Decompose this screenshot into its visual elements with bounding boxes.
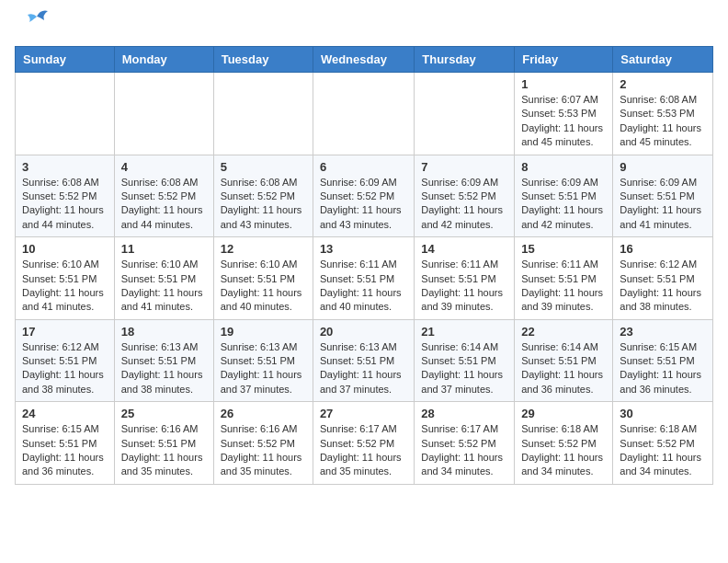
calendar-day-cell: 3Sunrise: 6:08 AMSunset: 5:52 PMDaylight…: [16, 155, 115, 237]
day-number: 12: [221, 242, 306, 256]
day-number: 25: [121, 407, 207, 420]
day-info: Sunrise: 6:09 AMSunset: 5:52 PMDaylight:…: [320, 176, 407, 233]
calendar-day-cell: 18Sunrise: 6:13 AMSunset: 5:51 PMDayligh…: [114, 319, 213, 402]
day-number: 7: [421, 160, 507, 174]
logo-bird-icon: [20, 7, 53, 35]
day-info: Sunrise: 6:09 AMSunset: 5:51 PMDaylight:…: [620, 176, 706, 233]
calendar-empty-cell: [213, 73, 313, 155]
day-info: Sunrise: 6:12 AMSunset: 5:51 PMDaylight:…: [620, 258, 706, 315]
day-number: 26: [221, 407, 306, 420]
day-info: Sunrise: 6:10 AMSunset: 5:51 PMDaylight:…: [221, 258, 306, 315]
calendar-day-cell: 11Sunrise: 6:10 AMSunset: 5:51 PMDayligh…: [114, 237, 213, 320]
day-info: Sunrise: 6:14 AMSunset: 5:51 PMDaylight:…: [421, 340, 507, 397]
day-number: 17: [22, 325, 108, 339]
day-info: Sunrise: 6:08 AMSunset: 5:52 PMDaylight:…: [221, 176, 306, 233]
day-info: Sunrise: 6:11 AMSunset: 5:51 PMDaylight:…: [320, 258, 407, 315]
calendar-day-cell: 4Sunrise: 6:08 AMSunset: 5:52 PMDaylight…: [114, 155, 213, 237]
calendar-day-cell: 12Sunrise: 6:10 AMSunset: 5:51 PMDayligh…: [213, 237, 313, 320]
day-number: 16: [620, 242, 706, 256]
calendar-day-cell: 22Sunrise: 6:14 AMSunset: 5:51 PMDayligh…: [515, 319, 613, 402]
day-number: 4: [121, 160, 207, 174]
day-info: Sunrise: 6:08 AMSunset: 5:53 PMDaylight:…: [620, 93, 706, 150]
day-info: Sunrise: 6:09 AMSunset: 5:51 PMDaylight:…: [521, 176, 606, 233]
day-number: 11: [121, 242, 207, 256]
calendar-week-row: 1Sunrise: 6:07 AMSunset: 5:53 PMDaylight…: [16, 73, 713, 155]
day-info: Sunrise: 6:09 AMSunset: 5:52 PMDaylight:…: [421, 176, 507, 233]
day-info: Sunrise: 6:16 AMSunset: 5:52 PMDaylight:…: [221, 422, 306, 479]
calendar-day-cell: 20Sunrise: 6:13 AMSunset: 5:51 PMDayligh…: [313, 319, 414, 402]
calendar-week-row: 10Sunrise: 6:10 AMSunset: 5:51 PMDayligh…: [16, 237, 713, 320]
weekday-header-friday: Friday: [515, 47, 613, 73]
day-number: 30: [620, 407, 706, 420]
calendar-day-cell: 6Sunrise: 6:09 AMSunset: 5:52 PMDaylight…: [313, 155, 414, 237]
day-number: 3: [22, 160, 108, 174]
day-info: Sunrise: 6:10 AMSunset: 5:51 PMDaylight:…: [22, 258, 108, 315]
day-info: Sunrise: 6:12 AMSunset: 5:51 PMDaylight:…: [22, 340, 108, 397]
calendar-day-cell: 7Sunrise: 6:09 AMSunset: 5:52 PMDaylight…: [415, 155, 515, 237]
calendar-day-cell: 13Sunrise: 6:11 AMSunset: 5:51 PMDayligh…: [313, 237, 414, 320]
logo: [15, 15, 53, 35]
weekday-header-thursday: Thursday: [415, 47, 515, 73]
weekday-header-tuesday: Tuesday: [213, 47, 313, 73]
day-number: 21: [421, 325, 507, 339]
calendar-day-cell: 5Sunrise: 6:08 AMSunset: 5:52 PMDaylight…: [213, 155, 313, 237]
page-header: [15, 15, 713, 35]
day-info: Sunrise: 6:10 AMSunset: 5:51 PMDaylight:…: [121, 258, 207, 315]
day-info: Sunrise: 6:11 AMSunset: 5:51 PMDaylight:…: [521, 258, 606, 315]
day-info: Sunrise: 6:11 AMSunset: 5:51 PMDaylight:…: [421, 258, 507, 315]
calendar-day-cell: 23Sunrise: 6:15 AMSunset: 5:51 PMDayligh…: [613, 319, 713, 402]
weekday-header-row: SundayMondayTuesdayWednesdayThursdayFrid…: [16, 47, 713, 73]
calendar-empty-cell: [16, 73, 115, 155]
day-number: 8: [521, 160, 606, 174]
day-info: Sunrise: 6:17 AMSunset: 5:52 PMDaylight:…: [320, 422, 407, 479]
weekday-header-saturday: Saturday: [613, 47, 713, 73]
calendar-day-cell: 30Sunrise: 6:18 AMSunset: 5:52 PMDayligh…: [613, 402, 713, 485]
calendar-day-cell: 25Sunrise: 6:16 AMSunset: 5:51 PMDayligh…: [114, 402, 213, 485]
day-info: Sunrise: 6:13 AMSunset: 5:51 PMDaylight:…: [221, 340, 306, 397]
calendar-day-cell: 19Sunrise: 6:13 AMSunset: 5:51 PMDayligh…: [213, 319, 313, 402]
calendar-day-cell: 27Sunrise: 6:17 AMSunset: 5:52 PMDayligh…: [313, 402, 414, 485]
day-number: 2: [620, 77, 706, 91]
calendar-day-cell: 15Sunrise: 6:11 AMSunset: 5:51 PMDayligh…: [515, 237, 613, 320]
calendar-day-cell: 28Sunrise: 6:17 AMSunset: 5:52 PMDayligh…: [415, 402, 515, 485]
calendar-day-cell: 17Sunrise: 6:12 AMSunset: 5:51 PMDayligh…: [16, 319, 115, 402]
day-number: 23: [620, 325, 706, 339]
day-info: Sunrise: 6:18 AMSunset: 5:52 PMDaylight:…: [620, 422, 706, 479]
calendar-day-cell: 1Sunrise: 6:07 AMSunset: 5:53 PMDaylight…: [515, 73, 613, 155]
day-info: Sunrise: 6:13 AMSunset: 5:51 PMDaylight:…: [320, 340, 407, 397]
day-number: 1: [521, 77, 606, 91]
day-number: 22: [521, 325, 606, 339]
calendar-empty-cell: [415, 73, 515, 155]
day-number: 20: [320, 325, 407, 339]
calendar-day-cell: 29Sunrise: 6:18 AMSunset: 5:52 PMDayligh…: [515, 402, 613, 485]
day-number: 9: [620, 160, 706, 174]
day-info: Sunrise: 6:07 AMSunset: 5:53 PMDaylight:…: [521, 93, 606, 150]
day-number: 15: [521, 242, 606, 256]
calendar-week-row: 3Sunrise: 6:08 AMSunset: 5:52 PMDaylight…: [16, 155, 713, 237]
calendar-day-cell: 2Sunrise: 6:08 AMSunset: 5:53 PMDaylight…: [613, 73, 713, 155]
day-info: Sunrise: 6:13 AMSunset: 5:51 PMDaylight:…: [121, 340, 207, 397]
weekday-header-wednesday: Wednesday: [313, 47, 414, 73]
day-number: 18: [121, 325, 207, 339]
day-info: Sunrise: 6:16 AMSunset: 5:51 PMDaylight:…: [121, 422, 207, 479]
calendar-day-cell: 16Sunrise: 6:12 AMSunset: 5:51 PMDayligh…: [613, 237, 713, 320]
calendar-day-cell: 21Sunrise: 6:14 AMSunset: 5:51 PMDayligh…: [415, 319, 515, 402]
day-number: 28: [421, 407, 507, 420]
day-info: Sunrise: 6:18 AMSunset: 5:52 PMDaylight:…: [521, 422, 606, 479]
calendar-week-row: 24Sunrise: 6:15 AMSunset: 5:51 PMDayligh…: [16, 402, 713, 485]
calendar-day-cell: 14Sunrise: 6:11 AMSunset: 5:51 PMDayligh…: [415, 237, 515, 320]
day-info: Sunrise: 6:08 AMSunset: 5:52 PMDaylight:…: [22, 176, 108, 233]
calendar-day-cell: 26Sunrise: 6:16 AMSunset: 5:52 PMDayligh…: [213, 402, 313, 485]
calendar-week-row: 17Sunrise: 6:12 AMSunset: 5:51 PMDayligh…: [16, 319, 713, 402]
day-number: 14: [421, 242, 507, 256]
day-number: 24: [22, 407, 108, 420]
day-number: 27: [320, 407, 407, 420]
day-info: Sunrise: 6:15 AMSunset: 5:51 PMDaylight:…: [620, 340, 706, 397]
calendar-day-cell: 8Sunrise: 6:09 AMSunset: 5:51 PMDaylight…: [515, 155, 613, 237]
day-number: 6: [320, 160, 407, 174]
day-number: 10: [22, 242, 108, 256]
day-info: Sunrise: 6:17 AMSunset: 5:52 PMDaylight:…: [421, 422, 507, 479]
day-number: 29: [521, 407, 606, 420]
calendar-empty-cell: [114, 73, 213, 155]
calendar-day-cell: 24Sunrise: 6:15 AMSunset: 5:51 PMDayligh…: [16, 402, 115, 485]
